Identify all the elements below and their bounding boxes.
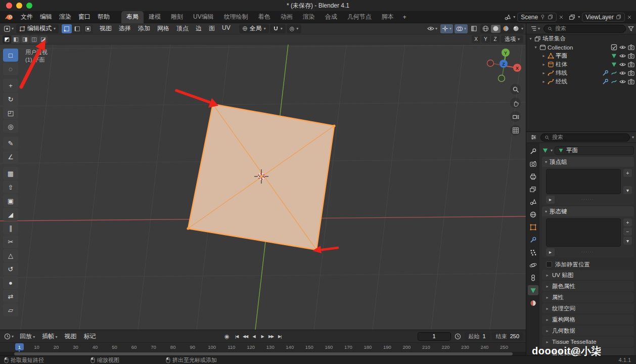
properties-tab-scene[interactable]	[528, 197, 538, 207]
tool-rotate[interactable]: ↻	[3, 93, 18, 106]
properties-tab-view-layer[interactable]	[528, 184, 538, 194]
outliner-search-input[interactable]: 搜索	[543, 25, 626, 33]
auto-keyframe-toggle[interactable]: ◉	[224, 333, 230, 340]
workspace-tab[interactable]: 建模	[144, 11, 166, 23]
frame-end-field[interactable]: 结束250	[492, 332, 523, 341]
tool-move[interactable]: +	[3, 79, 18, 92]
remove-shape-key-button[interactable]: −	[623, 228, 632, 236]
shading-dropdown-caret[interactable]: ▾	[521, 26, 523, 31]
timeline-editor-type-button[interactable]: ▾	[3, 332, 15, 341]
curve-data-icon[interactable]	[611, 70, 617, 76]
mirror-x-toggle[interactable]: X	[472, 35, 480, 43]
properties-tab-data[interactable]	[528, 285, 538, 295]
viewlayer-browse-caret[interactable]: ▾	[578, 15, 580, 19]
workspace-tab[interactable]: 渲染	[298, 11, 320, 23]
vertex-groups-panel-header[interactable]: ▾顶点组	[542, 157, 634, 167]
show-gizmo-toggle[interactable]: ▾	[440, 24, 453, 33]
wrench-small-icon[interactable]	[602, 78, 609, 85]
properties-search-input[interactable]: 搜索	[540, 133, 630, 142]
panel-expand-icon[interactable]: ▸	[545, 306, 550, 311]
viewlayer-browse-icon[interactable]	[569, 14, 576, 21]
frame-start-field[interactable]: 起始1	[465, 332, 490, 341]
tool-loop-cut[interactable]: ∥	[3, 221, 18, 235]
workspace-tab[interactable]: 布局	[121, 11, 144, 23]
use-preview-range-toggle[interactable]	[453, 332, 463, 341]
shape-keys-resize-grip[interactable]: ∙∙∙∙∙∙	[555, 250, 621, 254]
current-frame-field[interactable]: 1	[418, 332, 451, 341]
next-keyframe-button[interactable]: ▶▶	[267, 332, 275, 341]
snap-toggle[interactable]: ▾	[270, 24, 286, 33]
properties-tab-object[interactable]	[528, 222, 538, 232]
shape-keys-list[interactable]	[546, 218, 621, 247]
add-workspace-button[interactable]: +	[399, 11, 411, 23]
breadcrumb-browse-caret[interactable]: ▾	[551, 148, 553, 153]
workspace-tab[interactable]: 几何节点	[342, 11, 377, 23]
workspace-tab[interactable]: 雕刻	[166, 11, 188, 23]
options-dropdown[interactable]: 选项 ▾	[501, 35, 523, 43]
checkbox-icon[interactable]	[611, 44, 617, 51]
viewport-canvas[interactable]	[0, 44, 526, 330]
properties-tab-render[interactable]	[528, 159, 538, 169]
collapsed-panel[interactable]: ▸纹理空间	[542, 303, 634, 313]
workspace-tab[interactable]: 动画	[276, 11, 298, 23]
viewport-3d[interactable]: 用户透视 (1) 平面 □◌+↻◰◎✎∠▦⇧▣◢∥✂△↺●⇄▱ Y X Z	[0, 44, 526, 330]
mesh-data-icon[interactable]	[611, 61, 617, 68]
select-op-new[interactable]: ◩	[3, 35, 11, 43]
properties-tab-output[interactable]	[528, 171, 538, 181]
vertex-groups-resize-grip[interactable]: ∙∙∙∙∙∙	[555, 197, 621, 202]
menubar-menu[interactable]: 渲染	[56, 13, 75, 20]
viewport-menu[interactable]: 视图	[96, 24, 115, 33]
scene-browse-icon[interactable]	[504, 14, 511, 21]
viewport-menu[interactable]: 网格	[154, 24, 173, 33]
select-op-subtract[interactable]: ◨	[21, 35, 29, 43]
mirror-y-toggle[interactable]: Y	[481, 35, 490, 43]
viewport-menu[interactable]: 面	[205, 24, 218, 33]
camera-small-icon[interactable]	[628, 78, 634, 85]
outliner-row[interactable]: ▸平面	[526, 52, 636, 60]
xray-toggle[interactable]	[469, 24, 479, 33]
panel-expand-icon[interactable]: ▸	[545, 329, 550, 333]
workspace-tab[interactable]: 着色	[253, 11, 276, 23]
properties-tab-modifiers[interactable]	[528, 235, 538, 245]
shape-keys-expand-button[interactable]: ▸	[546, 248, 555, 256]
workspace-tab[interactable]: 合成	[320, 11, 342, 23]
viewport-menu[interactable]: 添加	[134, 24, 154, 33]
blender-logo-icon[interactable]	[5, 14, 13, 21]
vertex-groups-expand-button[interactable]: ▸	[546, 196, 555, 204]
collapsed-panel[interactable]: ▸重构网格	[542, 314, 634, 325]
select-op-intersect[interactable]: ◪	[39, 35, 48, 43]
tool-scale[interactable]: ◰	[3, 106, 18, 119]
properties-tab-material[interactable]	[528, 298, 538, 308]
mode-dropdown[interactable]: 编辑模式 ▾	[16, 24, 59, 33]
menubar-menu[interactable]: 编辑	[36, 13, 56, 20]
shape-key-specials-button[interactable]: ▾	[623, 237, 632, 245]
vertex-group-specials-button[interactable]: ▾	[623, 186, 632, 194]
playhead-badge[interactable]: 1	[15, 343, 24, 350]
vertex-groups-list[interactable]	[546, 169, 621, 194]
new-viewlayer-icon[interactable]	[616, 14, 621, 20]
collapsed-panel[interactable]: ▸几何数据	[542, 326, 634, 336]
viewport-menu[interactable]: 顶点	[173, 24, 192, 33]
properties-editor-type-button[interactable]	[529, 133, 538, 142]
camera-small-icon[interactable]	[628, 61, 634, 68]
eye-icon[interactable]	[619, 61, 626, 68]
viewlayer-name-field[interactable]: ViewLayer	[582, 13, 625, 22]
mesh-data-icon[interactable]	[611, 53, 617, 59]
jump-to-end-button[interactable]: ▶|	[276, 332, 284, 341]
tool-edge-slide[interactable]: ⇄	[3, 290, 18, 303]
eye-icon[interactable]	[619, 53, 626, 59]
pin-icon[interactable]	[540, 14, 546, 20]
panel-expand-icon[interactable]: ▸	[545, 317, 550, 322]
play-reverse-button[interactable]: ◀	[250, 332, 258, 341]
timeline-menu[interactable]: 回放 ▾	[16, 332, 38, 341]
camera-small-icon[interactable]	[628, 53, 634, 59]
disclosure-icon[interactable]: ▾	[528, 36, 533, 41]
collapsed-panel[interactable]: ▸属性	[542, 292, 634, 302]
workspace-tab[interactable]: 脚本	[377, 11, 399, 23]
camera-small-icon[interactable]	[628, 70, 634, 76]
tool-select-box[interactable]: □	[3, 49, 18, 62]
remove-viewlayer-icon[interactable]	[627, 15, 632, 20]
shading-material-button[interactable]	[501, 25, 511, 33]
tool-shear[interactable]: ▱	[3, 303, 18, 316]
properties-tab-world[interactable]	[528, 209, 538, 219]
